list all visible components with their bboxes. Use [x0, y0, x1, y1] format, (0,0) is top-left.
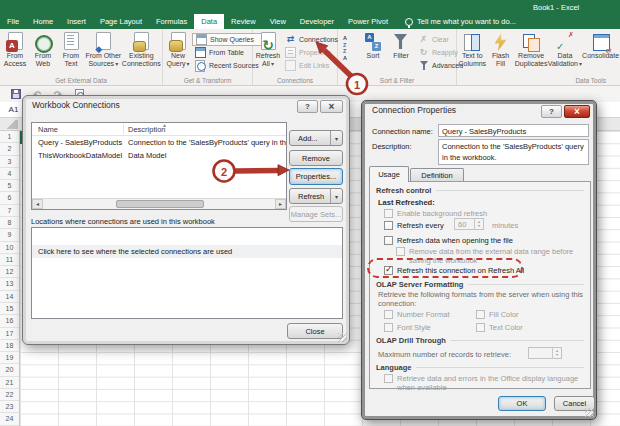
row-header[interactable]: 5 — [0, 180, 19, 192]
row-header[interactable]: 7 — [0, 205, 19, 217]
from-table-button[interactable]: From Table — [192, 46, 262, 59]
tab-data[interactable]: Data — [194, 14, 224, 29]
tab-insert[interactable]: Insert — [60, 14, 93, 29]
sort-descending-button[interactable] — [339, 48, 359, 61]
show-queries-button[interactable]: Show Queries — [192, 33, 262, 46]
connections-list[interactable]: Name Description ▴ Query - SalesByProduc… — [31, 122, 287, 210]
spinner-arrows-icon[interactable] — [474, 219, 483, 229]
locations-list[interactable]: Click here to see where the selected con… — [31, 227, 343, 319]
connection-row[interactable]: Query - SalesByProducts Connection to th… — [32, 136, 286, 149]
row-header[interactable]: 3 — [0, 156, 19, 168]
save-button[interactable] — [10, 88, 22, 100]
column-name[interactable]: Name — [38, 125, 58, 134]
row-header[interactable]: 18 — [0, 340, 19, 352]
description-field[interactable]: Connection to the 'SalesByProducts' quer… — [438, 139, 589, 165]
scrollbar-thumb[interactable] — [116, 200, 204, 208]
resize-grip[interactable] — [585, 408, 594, 417]
select-all-corner[interactable] — [2, 120, 18, 129]
filter-button[interactable]: Filter — [387, 31, 415, 60]
add-dropdown-caret[interactable] — [330, 131, 342, 145]
refresh-on-open-checkbox[interactable]: Refresh data when opening the file — [384, 236, 513, 245]
properties-button[interactable]: Properties — [282, 46, 341, 59]
tab-definition[interactable]: Definition — [410, 168, 464, 182]
row-header[interactable]: 21 — [0, 377, 19, 389]
close-icon[interactable] — [564, 105, 590, 118]
help-button[interactable] — [297, 100, 318, 113]
connection-name-field[interactable]: Query - SalesByProducts — [438, 124, 589, 137]
tab-page-layout[interactable]: Page Layout — [93, 14, 149, 29]
from-other-sources-button[interactable]: From Other Sources — [85, 31, 122, 68]
tab-formulas[interactable]: Formulas — [149, 14, 194, 29]
row-header[interactable]: 14 — [0, 291, 19, 303]
flash-fill-button[interactable]: Flash Fill — [487, 31, 515, 68]
remove-button[interactable]: Remove — [289, 150, 343, 166]
tab-file[interactable]: File — [0, 14, 26, 29]
from-access-button[interactable]: From Access — [1, 31, 29, 68]
row-header[interactable]: 19 — [0, 352, 19, 364]
row-header[interactable]: 13 — [0, 278, 19, 290]
refresh-every-spinner[interactable]: 60 — [454, 218, 484, 230]
horizontal-scrollbar[interactable]: ◂ ▸ — [32, 198, 286, 209]
row-header[interactable]: 2 — [0, 143, 19, 155]
row-header[interactable]: 11 — [0, 254, 19, 266]
text-color-checkbox[interactable]: Text Color — [476, 323, 523, 332]
row-header[interactable]: 6 — [0, 192, 19, 204]
row-header[interactable]: 10 — [0, 242, 19, 254]
row-header[interactable]: 17 — [0, 328, 19, 340]
resize-grip[interactable] — [338, 333, 347, 342]
list-header[interactable]: Name Description ▴ — [32, 123, 286, 136]
row-header[interactable]: 22 — [0, 389, 19, 401]
manage-sets-button[interactable]: Manage Sets... — [289, 206, 343, 222]
refresh-button[interactable]: Refresh — [289, 188, 343, 204]
new-query-button[interactable]: New Query — [164, 31, 192, 68]
office-language-checkbox[interactable]: Retrieve data and errors in the Office d… — [384, 374, 580, 392]
tab-power-pivot[interactable]: Power Pivot — [341, 14, 395, 29]
ok-button[interactable]: OK — [498, 396, 546, 411]
tab-developer[interactable]: Developer — [293, 14, 341, 29]
text-to-columns-button[interactable]: Text to Columns — [458, 31, 487, 68]
close-button[interactable]: Close — [287, 323, 343, 339]
connection-row[interactable]: ThisWorkbookDataModel Data Model — [32, 149, 286, 162]
tab-home[interactable]: Home — [26, 14, 60, 29]
existing-connections-button[interactable]: Existing Connections — [122, 31, 161, 68]
row-header[interactable]: 8 — [0, 217, 19, 229]
scroll-right-icon[interactable]: ▸ — [275, 199, 286, 209]
row-header[interactable]: 4 — [0, 168, 19, 180]
font-style-checkbox[interactable]: Font Style — [384, 323, 431, 332]
consolidate-button[interactable]: Consolidate — [582, 31, 619, 60]
tell-me-box[interactable]: Tell me what you want to do... — [395, 14, 516, 29]
from-text-button[interactable]: From Text — [57, 31, 85, 68]
column-divider[interactable] — [123, 124, 124, 134]
row-header[interactable]: 23 — [0, 401, 19, 413]
edit-links-button[interactable]: Edit Links — [282, 59, 341, 72]
tab-usage[interactable]: Usage — [369, 166, 409, 182]
sort-ascending-button[interactable] — [339, 35, 359, 48]
connections-button[interactable]: Connections — [282, 33, 341, 46]
dialog-title[interactable]: Connection Properties — [372, 105, 456, 115]
from-web-button[interactable]: From Web — [29, 31, 57, 68]
fill-color-checkbox[interactable]: Fill Color — [476, 310, 519, 319]
refresh-every-checkbox[interactable]: Refresh every — [384, 221, 444, 230]
spinner-arrows-icon[interactable] — [552, 348, 561, 358]
refresh-dropdown-caret[interactable] — [330, 189, 342, 203]
locations-hint-row[interactable]: Click here to see where the selected con… — [32, 245, 342, 258]
number-format-checkbox[interactable]: Number Format — [384, 310, 450, 319]
row-header[interactable]: 9 — [0, 229, 19, 241]
remove-duplicates-button[interactable]: Remove Duplicates — [515, 31, 548, 68]
properties-button[interactable]: Properties... — [289, 168, 343, 185]
max-records-spinner[interactable] — [528, 347, 562, 359]
column-description[interactable]: Description — [128, 125, 166, 134]
enable-background-refresh-checkbox[interactable]: Enable background refresh — [384, 209, 487, 218]
sort-button[interactable]: Sort — [359, 31, 387, 60]
help-button[interactable] — [541, 105, 562, 118]
row-header[interactable]: 12 — [0, 266, 19, 278]
dialog-title[interactable]: Workbook Connections — [32, 100, 120, 110]
data-validation-button[interactable]: Data Validation — [548, 31, 582, 68]
row-header[interactable]: 20 — [0, 364, 19, 376]
row-header[interactable]: 15 — [0, 303, 19, 315]
recent-sources-button[interactable]: Recent Sources — [192, 59, 262, 72]
scroll-left-icon[interactable]: ◂ — [32, 199, 43, 209]
close-icon[interactable] — [320, 100, 343, 113]
tab-view[interactable]: View — [263, 14, 293, 29]
add-button[interactable]: Add... — [289, 130, 343, 146]
